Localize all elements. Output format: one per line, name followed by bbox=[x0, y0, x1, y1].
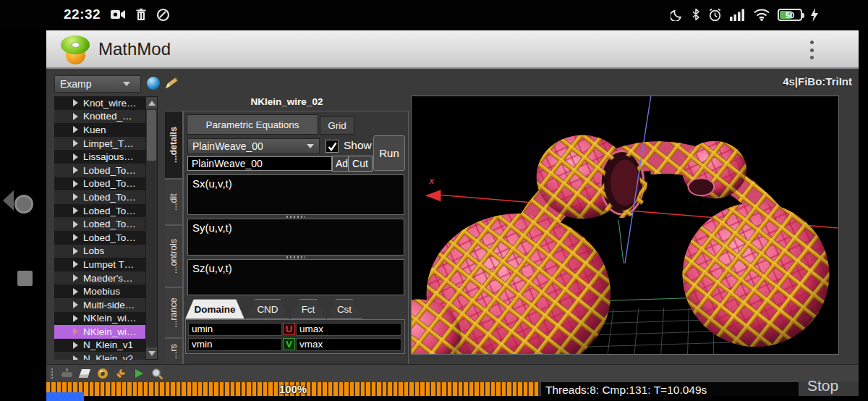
zoom-icon[interactable] bbox=[150, 367, 163, 380]
list-item[interactable]: Lobed_To… bbox=[54, 217, 145, 231]
scroll-down-button[interactable] bbox=[146, 347, 157, 359]
expand-arrow-icon[interactable] bbox=[73, 99, 78, 106]
vmin-field[interactable]: vmin bbox=[188, 338, 282, 351]
expand-arrow-icon[interactable] bbox=[73, 113, 78, 120]
list-item[interactable]: N_Klein_v2 bbox=[54, 352, 145, 360]
list-item[interactable]: Lobed_To… bbox=[54, 190, 145, 204]
wrench-icon[interactable] bbox=[114, 367, 127, 380]
controller-icon[interactable] bbox=[60, 367, 73, 380]
clock: 22:32 bbox=[64, 7, 101, 22]
list-item-selected[interactable]: NKlein_wi… bbox=[54, 325, 145, 339]
progress-label: 100% bbox=[46, 383, 540, 395]
equation-sy-input[interactable]: Sy(u,v,t) bbox=[187, 219, 404, 256]
vmax-field[interactable]: vmax bbox=[296, 338, 401, 351]
show-checkbox-label[interactable]: Show bbox=[344, 139, 372, 152]
umax-field[interactable]: umax bbox=[296, 323, 401, 336]
opengl-viewport[interactable]: x bbox=[411, 96, 839, 355]
expand-arrow-icon[interactable] bbox=[73, 301, 78, 308]
tab-cnd[interactable]: CND bbox=[246, 299, 289, 319]
expand-arrow-icon[interactable] bbox=[73, 193, 78, 200]
expand-arrow-icon[interactable] bbox=[73, 221, 78, 228]
side-tab-details[interactable]: ...details bbox=[165, 111, 183, 179]
expand-arrow-icon[interactable] bbox=[73, 153, 78, 161]
list-item[interactable]: N_Klein_v1 bbox=[54, 339, 145, 353]
tab-cst[interactable]: Cst bbox=[327, 299, 362, 319]
equation-sx-input[interactable]: Sx(u,v,t) bbox=[187, 174, 404, 215]
list-item[interactable]: Knot_wire… bbox=[54, 96, 145, 110]
scrollbar-thumb[interactable] bbox=[147, 110, 156, 161]
side-tab-colors[interactable]: ...rs bbox=[165, 338, 183, 366]
splitter-handle[interactable] bbox=[286, 256, 305, 258]
list-scrollbar[interactable] bbox=[145, 96, 158, 360]
model-dropdown[interactable]: PlainWeave_00 bbox=[187, 138, 320, 154]
toolbar-drag-handle[interactable] bbox=[49, 367, 55, 380]
play-icon[interactable] bbox=[132, 367, 145, 380]
list-item[interactable]: Limpet_T… bbox=[54, 137, 145, 151]
app-header: MathMod bbox=[46, 30, 859, 69]
show-checkbox[interactable] bbox=[326, 140, 339, 153]
umin-field[interactable]: umin bbox=[188, 323, 282, 336]
cell-signal-icon bbox=[730, 9, 746, 21]
examples-dropdown[interactable]: Examp bbox=[54, 75, 141, 93]
side-tab-controls[interactable]: ...ontrols bbox=[165, 225, 183, 287]
x-axis-arrow bbox=[425, 190, 441, 201]
android-back-button[interactable] bbox=[3, 190, 14, 211]
side-tab-appearance[interactable]: ...rance bbox=[165, 287, 183, 338]
splitter-handle[interactable] bbox=[286, 216, 305, 218]
expand-arrow-icon[interactable] bbox=[73, 166, 78, 174]
cut-button[interactable]: Cut bbox=[348, 156, 373, 172]
tab-fct[interactable]: Fct bbox=[291, 299, 326, 319]
expand-arrow-icon[interactable] bbox=[73, 234, 78, 241]
list-item[interactable]: Lobs bbox=[54, 245, 145, 258]
eraser-icon[interactable] bbox=[78, 367, 91, 380]
list-item[interactable]: NKlein_wi… bbox=[54, 312, 145, 326]
android-home-button[interactable] bbox=[14, 195, 33, 214]
tab-grid[interactable]: Grid bbox=[320, 116, 354, 135]
list-item[interactable]: Lobed_To… bbox=[54, 177, 145, 191]
x-axis-label: x bbox=[429, 175, 435, 186]
list-item[interactable]: Lobed_To… bbox=[54, 231, 145, 245]
expand-arrow-icon[interactable] bbox=[73, 207, 78, 214]
list-item[interactable]: Multi-side… bbox=[54, 298, 145, 312]
run-button[interactable]: Run bbox=[373, 135, 405, 171]
screen-record-icon bbox=[110, 8, 126, 21]
scroll-up-button[interactable] bbox=[146, 97, 157, 109]
wifi-icon bbox=[754, 9, 770, 21]
expand-arrow-icon[interactable] bbox=[73, 140, 78, 147]
search-orb-icon[interactable] bbox=[147, 77, 160, 90]
equation-sz-input[interactable]: Sz(u,v,t) bbox=[187, 259, 404, 295]
list-item[interactable]: Lobed_To… bbox=[54, 204, 145, 218]
model-name-input[interactable]: PlainWeave_00 bbox=[187, 156, 332, 171]
tab-parametric-equations[interactable]: Parametric Equations bbox=[187, 114, 318, 135]
expand-arrow-icon[interactable] bbox=[73, 315, 78, 322]
mathmod-logo-icon bbox=[59, 34, 91, 66]
list-item[interactable]: Moebius bbox=[54, 284, 145, 298]
edit-icon[interactable] bbox=[164, 77, 179, 93]
side-tab-strip: ...details ...dit ...ontrols ...rance ..… bbox=[165, 111, 183, 366]
list-item[interactable]: Kuen bbox=[54, 123, 145, 137]
stop-button[interactable]: Stop bbox=[807, 377, 838, 394]
tab-domaine[interactable]: Domaine bbox=[185, 299, 244, 319]
side-tab-edit[interactable]: ...dit bbox=[165, 179, 183, 225]
do-not-disturb-moon-icon bbox=[671, 8, 684, 21]
model-editor-panel: NKlein_wire_02 ...details ...dit ...ontr… bbox=[165, 96, 409, 366]
expand-arrow-icon[interactable] bbox=[73, 288, 78, 295]
torus-icon[interactable] bbox=[96, 367, 109, 380]
expand-arrow-icon[interactable] bbox=[73, 274, 78, 282]
android-recents-button[interactable] bbox=[17, 271, 33, 286]
expand-arrow-icon[interactable] bbox=[73, 180, 78, 187]
list-item[interactable]: Lumpet T… bbox=[54, 258, 145, 271]
expand-arrow-icon[interactable] bbox=[73, 126, 78, 133]
expand-arrow-icon[interactable] bbox=[73, 328, 78, 335]
progress-bar: 100% bbox=[46, 382, 540, 396]
render-status-text: 4s|FiBo:TriInt bbox=[783, 75, 852, 88]
overflow-menu-icon[interactable] bbox=[810, 41, 814, 59]
expand-arrow-icon[interactable] bbox=[73, 355, 78, 360]
list-item[interactable]: Lobed_To… bbox=[54, 164, 145, 177]
expand-arrow-icon[interactable] bbox=[73, 248, 78, 255]
list-item[interactable]: Maeder's… bbox=[54, 271, 145, 285]
list-item[interactable]: Lissajous… bbox=[54, 150, 145, 164]
list-item[interactable]: Knotted_… bbox=[54, 110, 145, 124]
expand-arrow-icon[interactable] bbox=[73, 342, 78, 349]
expand-arrow-icon[interactable] bbox=[73, 261, 78, 268]
